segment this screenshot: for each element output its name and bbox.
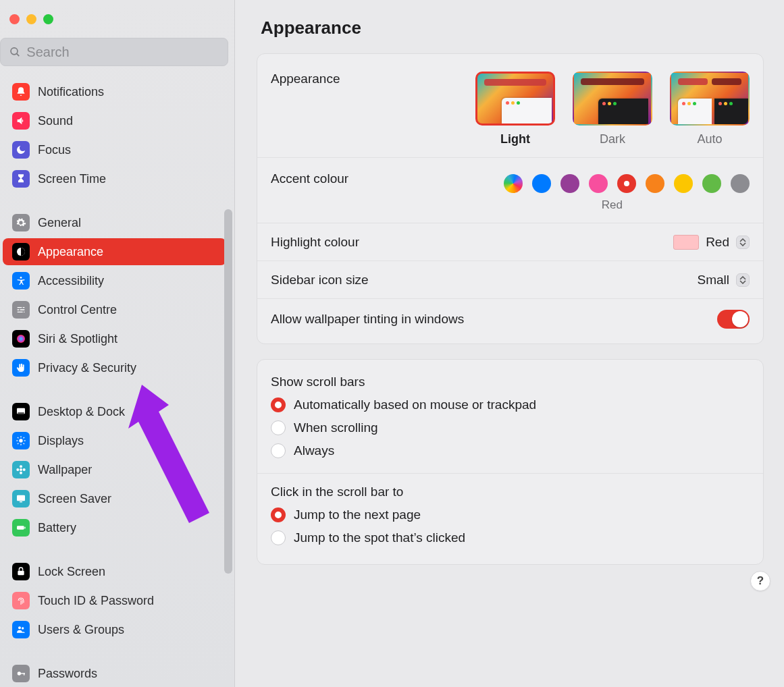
sidebar-item-general[interactable]: General [3,209,226,236]
appearance-panel: Appearance LightDarkAuto Accent colour R… [257,53,764,344]
battery-icon [12,519,30,537]
contrast-icon [12,243,30,260]
sidebar-nav[interactable]: NotificationsSoundFocusScreen TimeGenera… [0,76,234,687]
sidebar-item-appearance[interactable]: Appearance [3,238,226,265]
sidebar-item-screen-time[interactable]: Screen Time [3,165,226,192]
sidebar: NotificationsSoundFocusScreen TimeGenera… [0,0,235,687]
radio-button[interactable] [271,507,286,522]
sidebar-item-privacy-security[interactable]: Privacy & Security [3,354,226,381]
sidebar-item-notifications[interactable]: Notifications [3,78,226,105]
radio-button[interactable] [271,443,286,458]
appearance-theme-dark[interactable]: Dark [573,72,652,146]
sidebar-item-screen-saver[interactable]: Screen Saver [3,485,226,512]
search-input[interactable] [26,45,219,60]
sidebar-item-label: Notifications [38,85,104,99]
screensaver-icon [12,490,30,507]
sidebar-item-label: Touch ID & Password [38,594,154,608]
sidebar-item-desktop-dock[interactable]: Desktop & Dock [3,398,226,425]
svg-rect-22 [20,501,22,502]
radio-button[interactable] [271,530,286,545]
svg-point-20 [23,468,26,471]
appearance-theme-thumbnail [573,72,652,126]
highlight-colour-value: Red [706,235,729,250]
click-opts-option[interactable]: Jump to the spot that’s clicked [271,526,750,549]
radio-label: When scrolling [294,420,378,435]
accent-colour-blue[interactable] [532,174,551,193]
sidebar-icon-size-row: Sidebar icon size Small [257,260,763,298]
chevron-up-down-icon [736,273,750,287]
accent-colour-green[interactable] [702,174,721,193]
sidebar-item-label: Displays [38,434,84,448]
page-title: Appearance [261,18,764,38]
accent-colour-red[interactable] [617,174,636,193]
radio-button[interactable] [271,420,286,435]
svg-point-4 [17,335,25,343]
svg-rect-24 [24,527,25,529]
sidebar-item-passwords[interactable]: Passwords [3,660,226,687]
sidebar-item-sound[interactable]: Sound [3,107,226,134]
svg-line-14 [18,443,18,444]
search-field[interactable] [0,38,228,66]
wallpaper-tinting-row: Allow wallpaper tinting in windows [257,298,763,339]
radio-button[interactable] [271,397,286,412]
highlight-colour-row: Highlight colour Red [257,223,763,260]
minimize-window-button[interactable] [26,14,36,24]
flower-icon [12,461,30,478]
sidebar-item-accessibility[interactable]: Accessibility [3,267,226,294]
wallpaper-tinting-toggle[interactable] [717,310,750,329]
lock-icon [12,563,30,580]
speaker-icon [12,112,30,130]
sidebar-scrollbar[interactable] [224,209,232,574]
svg-line-12 [18,437,18,438]
sliders-icon [12,301,30,319]
svg-point-16 [20,468,22,471]
bell-icon [12,83,30,101]
sidebar-item-wallpaper[interactable]: Wallpaper [3,456,226,483]
scroll-opts-option[interactable]: Automatically based on mouse or trackpad [271,393,750,416]
svg-line-15 [24,437,24,438]
accent-colour-pink[interactable] [589,174,608,193]
sidebar-item-lock-screen[interactable]: Lock Screen [3,558,226,585]
appearance-theme-auto[interactable]: Auto [670,72,750,146]
sidebar-icon-size-value: Small [697,273,729,287]
svg-point-7 [19,439,22,442]
scroll-behaviour-panel: Show scroll bars Automatically based on … [257,359,764,565]
radio-label: Always [294,443,334,458]
accent-colour-selected-name: Red [602,198,623,212]
svg-point-27 [22,627,24,629]
close-window-button[interactable] [9,14,20,24]
zoom-window-button[interactable] [43,14,53,24]
sidebar-item-siri-spotlight[interactable]: Siri & Spotlight [3,325,226,352]
sidebar-item-label: Desktop & Dock [38,405,125,419]
appearance-theme-name: Dark [573,132,652,146]
accent-colour-multicolour[interactable] [504,174,523,193]
svg-point-18 [20,472,22,474]
highlight-colour-select[interactable]: Red [673,235,750,250]
accent-colour-orange[interactable] [646,174,664,193]
accent-colour-label: Accent colour [271,171,348,186]
sidebar-item-control-centre[interactable]: Control Centre [3,296,226,323]
sidebar-item-displays[interactable]: Displays [3,427,226,454]
sidebar-item-label: Screen Time [38,172,106,186]
click-opts-option[interactable]: Jump to the next page [271,503,750,526]
accent-colour-graphite[interactable] [731,174,750,193]
sun-icon [12,432,30,449]
accent-colour-yellow[interactable] [674,174,693,193]
sidebar-item-users-groups[interactable]: Users & Groups [3,616,226,643]
appearance-theme-light[interactable]: Light [475,72,555,146]
dock-icon [12,403,30,420]
sidebar-icon-size-select[interactable]: Small [697,273,750,287]
help-button[interactable]: ? [750,571,770,591]
window-controls [9,14,53,24]
key-icon [12,665,30,682]
scroll-opts-option[interactable]: When scrolling [271,416,750,439]
sidebar-item-battery[interactable]: Battery [3,514,226,541]
sidebar-item-focus[interactable]: Focus [3,136,226,163]
sidebar-item-label: Appearance [38,245,103,259]
sidebar-item-touch-id-password[interactable]: Touch ID & Password [3,587,226,614]
svg-rect-25 [18,571,24,576]
scroll-opts-option[interactable]: Always [271,439,750,462]
appearance-theme-name: Auto [670,132,750,146]
hourglass-icon [12,170,30,188]
accent-colour-purple[interactable] [560,174,579,193]
